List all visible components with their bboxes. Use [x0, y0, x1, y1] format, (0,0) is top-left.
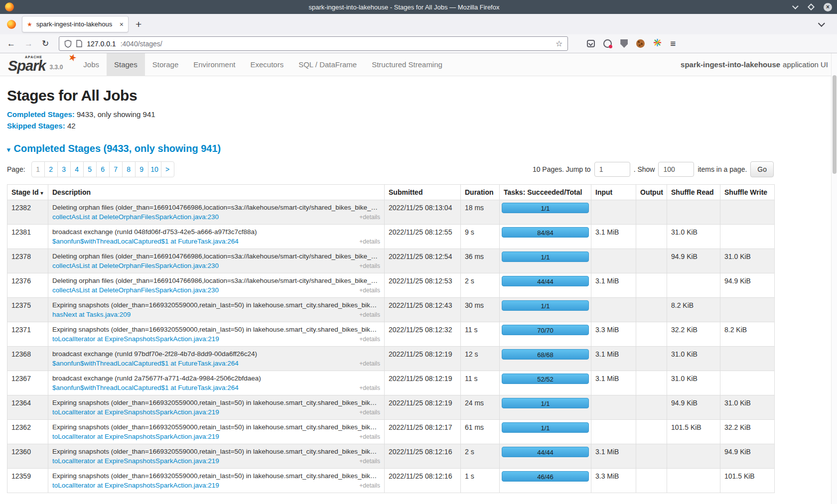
shuffle-write-cell: 31.0 KiB — [720, 395, 775, 420]
url-bar[interactable]: 127.0.0.1:4040/stages/ ☆ — [59, 36, 568, 51]
items-per-page-input[interactable] — [658, 162, 694, 177]
details-toggle[interactable]: +details — [359, 482, 380, 489]
nav-item-environment[interactable]: Environment — [186, 53, 243, 76]
tab-close-icon[interactable]: × — [120, 20, 124, 28]
page-button[interactable]: 4 — [70, 161, 84, 177]
header-shuffle-write[interactable]: Shuffle Write — [720, 185, 775, 200]
skipped-stages-link[interactable]: Skipped Stages: — [7, 122, 65, 130]
jump-to-page-input[interactable] — [594, 162, 630, 177]
stage-description: Expiring snapshots (older_than=166932055… — [52, 423, 380, 431]
extension-badge-icon[interactable] — [603, 39, 612, 48]
window-close-icon[interactable]: × — [824, 3, 832, 11]
page-button[interactable]: 1 — [31, 161, 45, 177]
stage-callsite-link[interactable]: toLocalIterator at ExpireSnapshotsSparkA… — [52, 408, 219, 416]
completed-stages-value: 9433, only showing 941 — [77, 110, 155, 119]
header-stage-id[interactable]: Stage Id▾ — [7, 185, 48, 200]
page-button[interactable]: 6 — [96, 161, 110, 177]
page-button[interactable]: 7 — [109, 161, 123, 177]
header-submitted[interactable]: Submitted — [385, 185, 461, 200]
details-toggle[interactable]: +details — [359, 336, 380, 343]
input-cell: 3.1 MiB — [591, 371, 636, 395]
details-toggle[interactable]: +details — [359, 214, 380, 221]
stage-callsite-link[interactable]: toLocalIterator at ExpireSnapshotsSparkA… — [52, 433, 219, 440]
pinwheel-extension-icon[interactable] — [653, 38, 662, 49]
input-cell: 3.1 MiB — [591, 225, 636, 249]
output-cell — [636, 322, 667, 347]
page-button[interactable]: 3 — [57, 161, 71, 177]
completed-stages-section-header[interactable]: ▾Completed Stages (9433, only showing 94… — [7, 143, 837, 154]
stage-callsite-link[interactable]: hasNext at Tasks.java:209 — [52, 311, 131, 318]
stage-callsite-link[interactable]: $anonfun$withThreadLocalCaptured$1 at Fu… — [52, 384, 239, 391]
input-cell: 3.3 MiB — [591, 469, 636, 493]
header-tasks[interactable]: Tasks: Succeeded/Total — [500, 185, 591, 200]
details-toggle[interactable]: +details — [359, 287, 380, 294]
menu-icon[interactable]: ≡ — [670, 38, 676, 49]
stage-callsite-link[interactable]: toLocalIterator at ExpireSnapshotsSparkA… — [52, 457, 219, 465]
scrollbar-thumb[interactable] — [833, 75, 837, 174]
shuffle-read-cell: 94.9 KiB — [667, 249, 720, 273]
page-button[interactable]: 8 — [122, 161, 136, 177]
header-shuffle-read[interactable]: Shuffle Read — [667, 185, 720, 200]
pocket-icon[interactable] — [587, 40, 595, 47]
details-toggle[interactable]: +details — [359, 238, 380, 245]
collapse-arrow-icon[interactable]: ▾ — [7, 146, 10, 153]
stage-callsite-link[interactable]: collectAsList at DeleteOrphanFilesSparkA… — [52, 213, 219, 221]
submitted-cell: 2022/11/25 08:12:16 — [385, 469, 461, 493]
browser-tab[interactable]: ★ spark-ingest-into-lakehous × — [22, 16, 129, 32]
header-description[interactable]: Description — [48, 185, 385, 200]
stage-id-cell: 12371 — [7, 322, 48, 347]
details-toggle[interactable]: +details — [359, 384, 380, 391]
nav-item-storage[interactable]: Storage — [145, 53, 186, 76]
window-maximize-icon[interactable] — [808, 3, 815, 10]
stage-callsite-link[interactable]: $anonfun$withThreadLocalCaptured$1 at Fu… — [52, 360, 239, 367]
stage-callsite-link[interactable]: toLocalIterator at ExpireSnapshotsSparkA… — [52, 335, 219, 343]
header-input[interactable]: Input — [591, 185, 636, 200]
page-scrollbar[interactable] — [831, 53, 837, 504]
tasks-cell: 44/44 — [500, 444, 591, 469]
details-toggle[interactable]: +details — [359, 311, 380, 318]
bookmark-star-icon[interactable]: ☆ — [556, 39, 562, 48]
stage-callsite-link[interactable]: $anonfun$withThreadLocalCaptured$1 at Fu… — [52, 238, 239, 245]
input-cell — [591, 298, 636, 322]
page-button[interactable]: 9 — [135, 161, 148, 177]
details-toggle[interactable]: +details — [359, 433, 380, 440]
page-button[interactable]: > — [161, 161, 174, 177]
tracking-protection-shield-icon[interactable] — [64, 40, 72, 48]
page-button[interactable]: 5 — [83, 161, 97, 177]
cookie-extension-icon[interactable] — [636, 39, 645, 48]
spark-logo[interactable]: Spark APACHE ★ 3.3.0 — [8, 53, 76, 76]
details-toggle[interactable]: +details — [359, 458, 380, 465]
ublock-shield-icon[interactable] — [620, 39, 628, 48]
firefox-view-button[interactable] — [5, 20, 18, 29]
stage-callsite-link[interactable]: toLocalIterator at ExpireSnapshotsSparkA… — [52, 482, 219, 489]
reload-button[interactable]: ↻ — [42, 38, 49, 49]
firefox-logo-icon — [5, 2, 14, 11]
input-cell — [591, 395, 636, 420]
tasks-progress-bar: 1/1 — [502, 398, 589, 408]
details-toggle[interactable]: +details — [359, 262, 380, 269]
table-row: 12382 Deleting orphan files (older_than=… — [7, 200, 775, 225]
go-button[interactable]: Go — [750, 161, 774, 177]
nav-item-stages[interactable]: Stages — [107, 53, 145, 76]
nav-item-executors[interactable]: Executors — [243, 53, 291, 76]
header-output[interactable]: Output — [636, 185, 667, 200]
page-info-icon[interactable] — [76, 40, 82, 47]
completed-stages-link[interactable]: Completed Stages: — [7, 110, 75, 119]
table-row: 12371 Expiring snapshots (older_than=166… — [7, 322, 775, 347]
nav-item-structured-streaming[interactable]: Structured Streaming — [364, 53, 450, 76]
nav-item-jobs[interactable]: Jobs — [76, 53, 107, 76]
duration-cell: 24 ms — [461, 395, 500, 420]
page-button[interactable]: 10 — [148, 161, 161, 177]
stage-callsite-link[interactable]: collectAsList at DeleteOrphanFilesSparkA… — [52, 286, 219, 294]
back-button[interactable]: ← — [7, 39, 15, 49]
details-toggle[interactable]: +details — [359, 360, 380, 367]
nav-item-sql-dataframe[interactable]: SQL / DataFrame — [291, 53, 364, 76]
details-toggle[interactable]: +details — [359, 409, 380, 416]
list-tabs-chevron-icon[interactable] — [818, 19, 825, 26]
page-button[interactable]: 2 — [44, 161, 58, 177]
window-titlebar: spark-ingest-into-lakehouse - Stages for… — [0, 0, 837, 14]
new-tab-button[interactable]: + — [136, 18, 141, 30]
stage-callsite-link[interactable]: collectAsList at DeleteOrphanFilesSparkA… — [52, 262, 219, 269]
table-row: 12376 Deleting orphan files (older_than=… — [7, 273, 775, 298]
header-duration[interactable]: Duration — [461, 185, 500, 200]
